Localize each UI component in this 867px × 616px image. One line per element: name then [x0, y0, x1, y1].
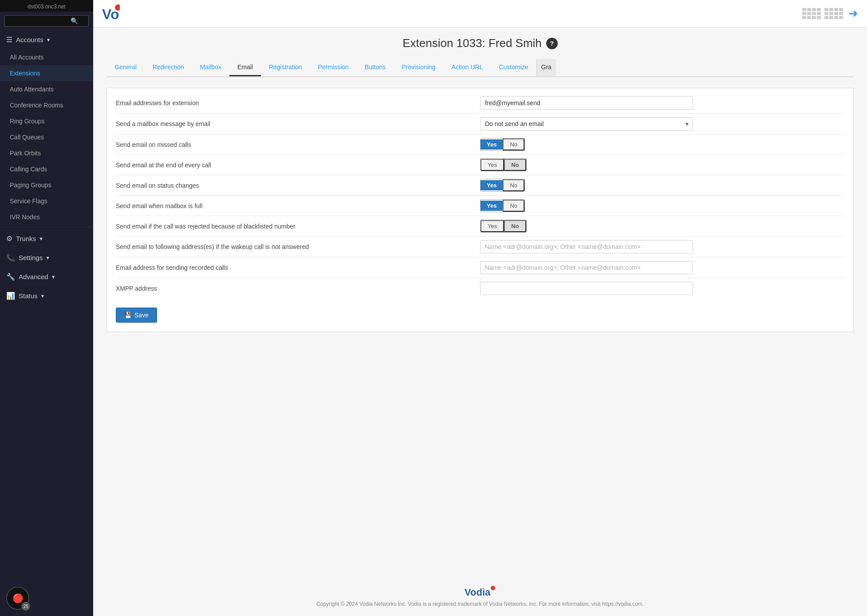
select-send-mailbox[interactable]: Do not send an email Send as attachment …: [480, 117, 693, 130]
label-missed-calls: Send email on missed calls: [116, 134, 480, 155]
sidebar-divider-1: [0, 227, 93, 227]
hostname: dst003.onc3.net: [28, 4, 65, 10]
control-wakeup: [480, 237, 844, 257]
status-label: Status: [19, 292, 38, 300]
form-row-blacklisted: Send email if the call was rejected beca…: [116, 216, 844, 237]
control-missed-calls: Yes No: [480, 134, 844, 155]
label-status-changes: Send email on status changes: [116, 175, 480, 196]
sidebar-item-ivr-nodes[interactable]: IVR Nodes: [0, 209, 93, 225]
accounts-chevron: ▼: [46, 37, 51, 43]
page-title: Extension 1033: Fred Smih ?: [106, 36, 854, 50]
footer-logo-svg: Vodia: [465, 585, 496, 598]
top-header: Vodia: [93, 0, 867, 28]
toggle-end-of-call: Yes No: [480, 158, 527, 171]
form-row-wakeup: Send email to following address(es) if t…: [116, 237, 844, 257]
toggle-status-changes-yes[interactable]: Yes: [481, 180, 503, 190]
toggle-status-changes: Yes No: [480, 179, 525, 192]
trunks-label: Trunks: [16, 235, 36, 242]
logout-button[interactable]: ➜: [848, 7, 858, 20]
gear-icon: ⚙: [6, 234, 12, 243]
form-table: Email addresses for extension Send a mai…: [116, 93, 844, 299]
form-row-status-changes: Send email on status changes Yes No: [116, 175, 844, 196]
sidebar-status-header[interactable]: 📊 Status ▼: [0, 286, 93, 305]
sidebar-item-park-orbits[interactable]: Park Orbits: [0, 145, 93, 161]
advanced-chevron: ▼: [51, 274, 56, 280]
select-wrapper-mailbox: Do not send an email Send as attachment …: [480, 117, 693, 130]
control-recorded: [480, 257, 844, 278]
toggle-mailbox-full-no[interactable]: No: [503, 200, 524, 212]
save-label: Save: [134, 312, 149, 319]
input-email-addresses[interactable]: [480, 96, 693, 110]
save-icon: 💾: [124, 312, 132, 319]
sidebar-item-extensions[interactable]: Extensions: [0, 65, 93, 81]
search-bar[interactable]: 🔍: [4, 15, 89, 27]
accounts-label: Accounts: [16, 36, 43, 43]
sidebar-advanced-header[interactable]: 🔧 Advanced ▼: [0, 267, 93, 286]
tab-general[interactable]: General: [106, 59, 145, 76]
tab-registration[interactable]: Registration: [261, 59, 310, 76]
toggle-end-of-call-yes[interactable]: Yes: [481, 159, 504, 171]
grid-icon-2[interactable]: [824, 8, 843, 19]
control-status-changes: Yes No: [480, 175, 844, 196]
toggle-blacklisted-yes[interactable]: Yes: [481, 220, 504, 232]
input-xmpp[interactable]: [480, 282, 693, 295]
sidebar-trunks-header[interactable]: ⚙ Trunks ▼: [0, 229, 93, 248]
toggle-missed-calls-no[interactable]: No: [503, 138, 524, 150]
input-recorded[interactable]: [480, 261, 693, 274]
tab-action-url[interactable]: Action URL: [444, 59, 491, 76]
label-blacklisted: Send email if the call was rejected beca…: [116, 216, 480, 237]
sidebar-item-calling-cards[interactable]: Calling Cards: [0, 161, 93, 177]
toggle-end-of-call-no[interactable]: No: [504, 159, 526, 171]
sidebar-accounts-header[interactable]: ☰ Accounts ▼: [0, 30, 93, 49]
sidebar-item-all-accounts[interactable]: All Accounts: [0, 49, 93, 65]
form-row-mailbox-full: Send email when mailbox is full Yes No: [116, 196, 844, 216]
settings-chevron: ▼: [45, 255, 50, 261]
phone-icon: 📞: [6, 253, 15, 262]
help-icon[interactable]: ?: [546, 38, 558, 49]
hostname-bar: dst003.onc3.net: [0, 0, 93, 12]
sidebar-item-auto-attendants[interactable]: Auto Attendants: [0, 81, 93, 97]
form-row-send-mailbox: Send a mailbox message by email Do not s…: [116, 114, 844, 134]
header-right: ➜: [802, 7, 858, 20]
sidebar-item-ring-groups[interactable]: Ring Groups: [0, 113, 93, 129]
toggle-missed-calls-yes[interactable]: Yes: [481, 139, 503, 150]
search-input[interactable]: [8, 18, 71, 24]
broadcast-button[interactable]: 🔴 25: [6, 587, 29, 610]
broadcast-icon: 🔴: [12, 593, 24, 604]
sidebar-item-service-flags[interactable]: Service Flags: [0, 193, 93, 209]
tab-redirection[interactable]: Redirection: [145, 59, 192, 76]
sidebar: dst003.onc3.net 🔍 ☰ Accounts ▼ All Accou…: [0, 0, 93, 616]
advanced-label: Advanced: [19, 273, 48, 280]
sidebar-settings-header[interactable]: 📞 Settings ▼: [0, 248, 93, 267]
sidebar-item-call-queues[interactable]: Call Queues: [0, 129, 93, 145]
label-end-of-call: Send email at the end of every call: [116, 155, 480, 175]
label-email-addresses: Email addresses for extension: [116, 93, 480, 114]
input-wakeup[interactable]: [480, 240, 693, 253]
tab-email[interactable]: Email: [229, 59, 261, 76]
logo-svg: Vodia: [102, 4, 120, 24]
footer: Vodia Copyright © 2024 Vodia Networks In…: [93, 576, 867, 616]
sidebar-item-paging-groups[interactable]: Paging Groups: [0, 177, 93, 193]
tab-customize[interactable]: Customize: [491, 59, 536, 76]
save-button[interactable]: 💾 Save: [116, 308, 157, 323]
tab-provisioning[interactable]: Provisioning: [394, 59, 443, 76]
toggle-mailbox-full-yes[interactable]: Yes: [481, 201, 503, 211]
grid-icons: [802, 8, 843, 19]
toggle-blacklisted-no[interactable]: No: [504, 220, 526, 232]
grid-icon-1[interactable]: [802, 8, 821, 19]
tab-mailbox[interactable]: Mailbox: [192, 59, 229, 76]
control-email-addresses: [480, 93, 844, 114]
toggle-missed-calls: Yes No: [480, 138, 525, 151]
control-blacklisted: Yes No: [480, 216, 844, 237]
form-row-missed-calls: Send email on missed calls Yes No: [116, 134, 844, 155]
label-xmpp: XMPP address: [116, 278, 480, 299]
tab-buttons[interactable]: Buttons: [357, 59, 394, 76]
logo: Vodia: [102, 4, 120, 24]
control-end-of-call: Yes No: [480, 155, 844, 175]
toggle-status-changes-no[interactable]: No: [503, 179, 524, 191]
form-row-end-of-call: Send email at the end of every call Yes …: [116, 155, 844, 175]
tab-permission[interactable]: Permission: [310, 59, 357, 76]
tab-overflow[interactable]: Gra: [536, 59, 556, 76]
toggle-blacklisted: Yes No: [480, 220, 527, 233]
sidebar-item-conference-rooms[interactable]: Conference Rooms: [0, 97, 93, 113]
